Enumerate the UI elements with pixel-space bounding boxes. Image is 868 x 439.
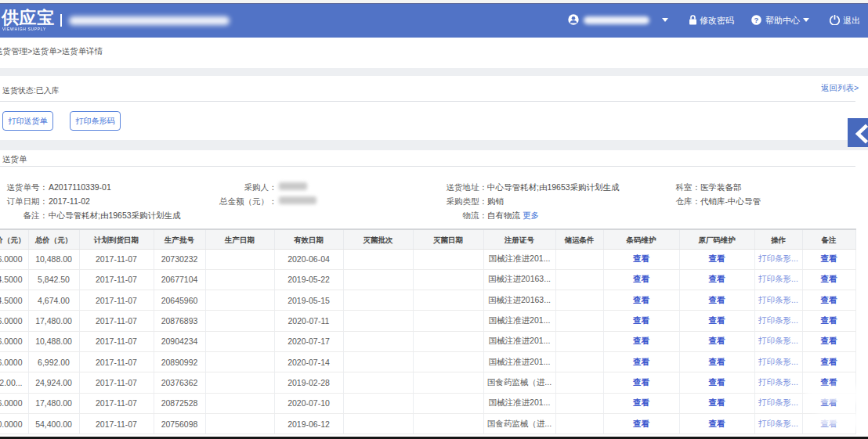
- svg-text:?: ?: [754, 16, 759, 24]
